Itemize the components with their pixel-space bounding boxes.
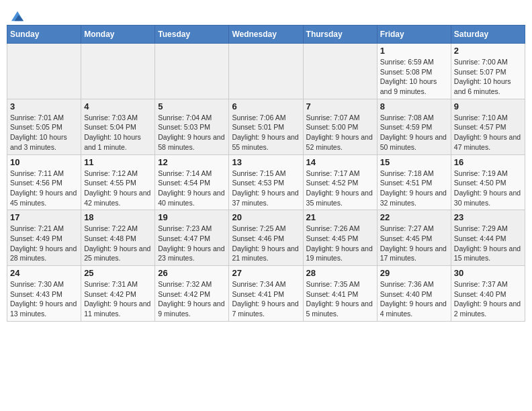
day-number: 22 — [380, 212, 448, 222]
calendar-cell: 17Sunrise: 7:21 AM Sunset: 4:49 PM Dayli… — [7, 210, 81, 266]
calendar-cell: 8Sunrise: 7:08 AM Sunset: 4:59 PM Daylig… — [377, 99, 451, 154]
calendar-cell: 12Sunrise: 7:14 AM Sunset: 4:54 PM Dayli… — [155, 154, 229, 210]
calendar-cell — [155, 44, 229, 99]
day-info: Sunrise: 7:31 AM Sunset: 4:42 PM Dayligh… — [84, 279, 152, 319]
calendar-cell — [303, 44, 377, 99]
day-number: 6 — [232, 101, 300, 111]
header-day-saturday: Saturday — [451, 26, 525, 44]
day-number: 2 — [454, 46, 522, 56]
page-header — [7, 7, 525, 19]
day-info: Sunrise: 7:36 AM Sunset: 4:40 PM Dayligh… — [380, 279, 448, 319]
calendar-cell: 30Sunrise: 7:37 AM Sunset: 4:40 PM Dayli… — [451, 266, 525, 322]
day-info: Sunrise: 7:37 AM Sunset: 4:40 PM Dayligh… — [454, 279, 522, 319]
day-info: Sunrise: 7:15 AM Sunset: 4:53 PM Dayligh… — [232, 169, 300, 208]
calendar-cell — [81, 44, 155, 99]
day-info: Sunrise: 7:32 AM Sunset: 4:42 PM Dayligh… — [158, 279, 226, 319]
day-number: 27 — [232, 268, 300, 278]
calendar-cell: 15Sunrise: 7:18 AM Sunset: 4:51 PM Dayli… — [377, 154, 451, 210]
calendar-cell: 24Sunrise: 7:30 AM Sunset: 4:43 PM Dayli… — [7, 266, 81, 322]
header-row: SundayMondayTuesdayWednesdayThursdayFrid… — [7, 26, 525, 44]
day-info: Sunrise: 7:22 AM Sunset: 4:48 PM Dayligh… — [84, 224, 152, 263]
calendar-cell: 18Sunrise: 7:22 AM Sunset: 4:48 PM Dayli… — [81, 210, 155, 266]
day-number: 20 — [232, 212, 300, 222]
day-number: 19 — [158, 212, 226, 222]
header-day-friday: Friday — [377, 26, 451, 44]
day-info: Sunrise: 6:59 AM Sunset: 5:08 PM Dayligh… — [380, 57, 448, 97]
calendar-cell: 1Sunrise: 6:59 AM Sunset: 5:08 PM Daylig… — [377, 44, 451, 99]
calendar-cell: 4Sunrise: 7:03 AM Sunset: 5:04 PM Daylig… — [81, 99, 155, 154]
calendar-cell: 19Sunrise: 7:23 AM Sunset: 4:47 PM Dayli… — [155, 210, 229, 266]
day-info: Sunrise: 7:08 AM Sunset: 4:59 PM Dayligh… — [380, 113, 448, 152]
day-number: 16 — [454, 157, 522, 167]
day-info: Sunrise: 7:00 AM Sunset: 5:07 PM Dayligh… — [454, 57, 522, 97]
day-number: 1 — [380, 46, 448, 56]
calendar-cell: 22Sunrise: 7:27 AM Sunset: 4:45 PM Dayli… — [377, 210, 451, 266]
calendar-cell: 16Sunrise: 7:19 AM Sunset: 4:50 PM Dayli… — [451, 154, 525, 210]
day-number: 21 — [306, 212, 374, 222]
day-number: 29 — [380, 268, 448, 278]
day-number: 18 — [84, 212, 152, 222]
header-day-sunday: Sunday — [7, 26, 81, 44]
calendar-cell: 5Sunrise: 7:04 AM Sunset: 5:03 PM Daylig… — [155, 99, 229, 154]
calendar-cell: 14Sunrise: 7:17 AM Sunset: 4:52 PM Dayli… — [303, 154, 377, 210]
week-row-3: 10Sunrise: 7:11 AM Sunset: 4:56 PM Dayli… — [7, 154, 525, 210]
day-number: 13 — [232, 157, 300, 167]
header-day-thursday: Thursday — [303, 26, 377, 44]
header-day-wednesday: Wednesday — [229, 26, 303, 44]
day-info: Sunrise: 7:18 AM Sunset: 4:51 PM Dayligh… — [380, 169, 448, 208]
week-row-1: 1Sunrise: 6:59 AM Sunset: 5:08 PM Daylig… — [7, 44, 525, 99]
calendar-cell: 25Sunrise: 7:31 AM Sunset: 4:42 PM Dayli… — [81, 266, 155, 322]
week-row-2: 3Sunrise: 7:01 AM Sunset: 5:05 PM Daylig… — [7, 99, 525, 154]
day-number: 5 — [158, 101, 226, 111]
week-row-4: 17Sunrise: 7:21 AM Sunset: 4:49 PM Dayli… — [7, 210, 525, 266]
day-info: Sunrise: 7:25 AM Sunset: 4:46 PM Dayligh… — [232, 224, 300, 263]
day-info: Sunrise: 7:04 AM Sunset: 5:03 PM Dayligh… — [158, 113, 226, 152]
day-info: Sunrise: 7:35 AM Sunset: 4:41 PM Dayligh… — [306, 279, 374, 319]
logo-icon — [11, 10, 24, 22]
day-info: Sunrise: 7:06 AM Sunset: 5:01 PM Dayligh… — [232, 113, 300, 152]
logo — [10, 10, 24, 19]
calendar-cell: 23Sunrise: 7:29 AM Sunset: 4:44 PM Dayli… — [451, 210, 525, 266]
day-info: Sunrise: 7:01 AM Sunset: 5:05 PM Dayligh… — [10, 113, 78, 152]
day-number: 15 — [380, 157, 448, 167]
day-number: 11 — [84, 157, 152, 167]
day-info: Sunrise: 7:14 AM Sunset: 4:54 PM Dayligh… — [158, 169, 226, 208]
calendar-cell: 20Sunrise: 7:25 AM Sunset: 4:46 PM Dayli… — [229, 210, 303, 266]
calendar-table: SundayMondayTuesdayWednesdayThursdayFrid… — [7, 25, 525, 322]
day-info: Sunrise: 7:27 AM Sunset: 4:45 PM Dayligh… — [380, 224, 448, 263]
day-number: 24 — [10, 268, 78, 278]
calendar-cell: 26Sunrise: 7:32 AM Sunset: 4:42 PM Dayli… — [155, 266, 229, 322]
calendar-header: SundayMondayTuesdayWednesdayThursdayFrid… — [7, 26, 525, 44]
calendar-cell: 9Sunrise: 7:10 AM Sunset: 4:57 PM Daylig… — [451, 99, 525, 154]
day-number: 23 — [454, 212, 522, 222]
day-number: 12 — [158, 157, 226, 167]
calendar-cell: 7Sunrise: 7:07 AM Sunset: 5:00 PM Daylig… — [303, 99, 377, 154]
day-number: 10 — [10, 157, 78, 167]
header-day-tuesday: Tuesday — [155, 26, 229, 44]
calendar-cell — [229, 44, 303, 99]
day-info: Sunrise: 7:10 AM Sunset: 4:57 PM Dayligh… — [454, 113, 522, 152]
day-number: 17 — [10, 212, 78, 222]
calendar-cell: 29Sunrise: 7:36 AM Sunset: 4:40 PM Dayli… — [377, 266, 451, 322]
calendar-cell — [7, 44, 81, 99]
day-number: 7 — [306, 101, 374, 111]
calendar-body: 1Sunrise: 6:59 AM Sunset: 5:08 PM Daylig… — [7, 44, 525, 322]
day-info: Sunrise: 7:23 AM Sunset: 4:47 PM Dayligh… — [158, 224, 226, 263]
day-info: Sunrise: 7:26 AM Sunset: 4:45 PM Dayligh… — [306, 224, 374, 263]
day-number: 25 — [84, 268, 152, 278]
calendar-cell: 6Sunrise: 7:06 AM Sunset: 5:01 PM Daylig… — [229, 99, 303, 154]
day-number: 9 — [454, 101, 522, 111]
calendar-cell: 3Sunrise: 7:01 AM Sunset: 5:05 PM Daylig… — [7, 99, 81, 154]
calendar-cell: 13Sunrise: 7:15 AM Sunset: 4:53 PM Dayli… — [229, 154, 303, 210]
day-info: Sunrise: 7:30 AM Sunset: 4:43 PM Dayligh… — [10, 279, 78, 319]
day-info: Sunrise: 7:07 AM Sunset: 5:00 PM Dayligh… — [306, 113, 374, 152]
day-info: Sunrise: 7:34 AM Sunset: 4:41 PM Dayligh… — [232, 279, 300, 319]
day-number: 26 — [158, 268, 226, 278]
day-number: 30 — [454, 268, 522, 278]
day-info: Sunrise: 7:17 AM Sunset: 4:52 PM Dayligh… — [306, 169, 374, 208]
calendar-cell: 2Sunrise: 7:00 AM Sunset: 5:07 PM Daylig… — [451, 44, 525, 99]
calendar-cell: 11Sunrise: 7:12 AM Sunset: 4:55 PM Dayli… — [81, 154, 155, 210]
day-number: 8 — [380, 101, 448, 111]
calendar-cell: 28Sunrise: 7:35 AM Sunset: 4:41 PM Dayli… — [303, 266, 377, 322]
day-info: Sunrise: 7:12 AM Sunset: 4:55 PM Dayligh… — [84, 169, 152, 208]
